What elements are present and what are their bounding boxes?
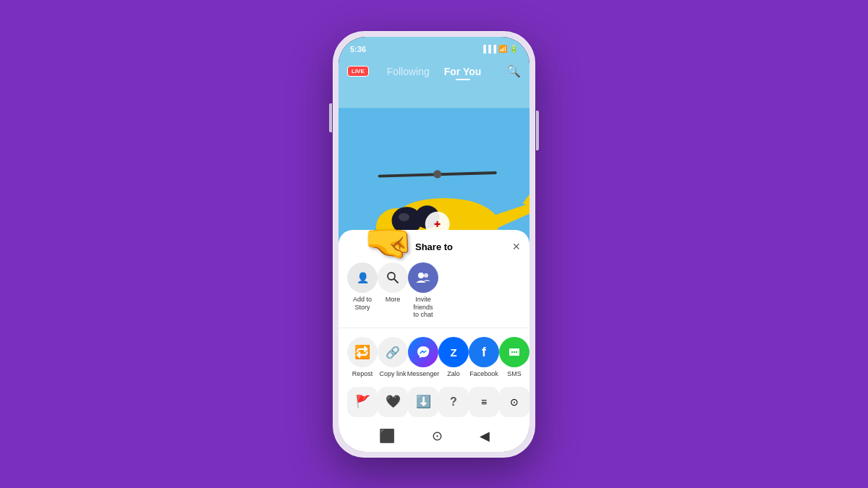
tab-following[interactable]: Following bbox=[387, 66, 430, 77]
invite-icon-circle bbox=[408, 262, 438, 293]
invite-label: Invite friendsto chat bbox=[408, 296, 438, 319]
story-label: Add toStory bbox=[353, 296, 372, 312]
share-repost[interactable]: 🔁 Repost bbox=[347, 337, 378, 378]
svg-point-4 bbox=[433, 170, 441, 178]
phone-screen: 5:36 ▐▐▐ 📶 🔋 LIVE Following For You 🔍 bbox=[339, 37, 529, 452]
share-title: Share to bbox=[415, 241, 453, 252]
zalo-label: Zalo bbox=[447, 370, 460, 378]
share-more[interactable]: More bbox=[378, 262, 408, 304]
svg-point-23 bbox=[424, 273, 428, 278]
more-label: More bbox=[386, 296, 401, 304]
tab-for-you[interactable]: For You bbox=[444, 66, 482, 77]
home-nav-icon[interactable]: ⬛ bbox=[379, 428, 395, 444]
signal-icon: ▐▐▐ bbox=[481, 45, 496, 53]
svg-point-26 bbox=[511, 351, 513, 353]
share-sms[interactable]: SMS bbox=[499, 337, 529, 378]
phone-frame: 5:36 ▐▐▐ 📶 🔋 LIVE Following For You 🔍 bbox=[333, 31, 535, 458]
share-facebook[interactable]: f Facebook bbox=[469, 337, 499, 378]
share-add-to-story[interactable]: 👤 Add toStory bbox=[347, 262, 378, 312]
copy-link-icon-circle: 🔗 bbox=[378, 337, 408, 367]
messenger-label: Messenger bbox=[407, 370, 440, 378]
recents-nav-icon[interactable]: ◀ bbox=[480, 428, 490, 444]
messenger-icon bbox=[415, 344, 431, 360]
share-row-2: 🔁 Repost 🔗 Copy link Messenge bbox=[347, 337, 521, 378]
facebook-label: Facebook bbox=[469, 370, 498, 378]
svg-point-27 bbox=[514, 351, 515, 353]
sms-icon-circle bbox=[499, 337, 529, 367]
wifi-icon: 📶 bbox=[498, 45, 507, 53]
share-close-button[interactable]: ✕ bbox=[512, 241, 521, 252]
share-copy-link[interactable]: 🔗 Copy link bbox=[378, 337, 408, 378]
svg-line-21 bbox=[394, 279, 398, 283]
share-row-1: 👤 Add toStory More bbox=[347, 262, 521, 319]
search-icon bbox=[386, 271, 399, 284]
not-interested-icon-circle: 🖤 bbox=[378, 387, 408, 417]
back-nav-icon[interactable]: ⊙ bbox=[432, 428, 443, 444]
repost-icon-circle: 🔁 bbox=[347, 337, 378, 367]
messenger-icon-circle bbox=[408, 337, 438, 367]
live-badge: LIVE bbox=[347, 66, 369, 77]
share-messenger[interactable]: Messenger bbox=[408, 337, 438, 378]
svg-point-28 bbox=[516, 351, 517, 353]
copy-link-label: Copy link bbox=[379, 370, 406, 378]
repost-label: Repost bbox=[352, 370, 373, 378]
bottom-navigation: ⬛ ⊙ ◀ bbox=[339, 420, 529, 452]
battery-icon: 🔋 bbox=[509, 45, 518, 53]
report-icon-circle: 🚩 bbox=[347, 387, 378, 417]
share-divider-1 bbox=[339, 328, 529, 328]
share-zalo[interactable]: Z Zalo bbox=[438, 337, 469, 378]
more-icon-circle bbox=[378, 262, 408, 293]
share-invite-friends[interactable]: Invite friendsto chat bbox=[408, 262, 438, 319]
status-bar: 5:36 ▐▐▐ 📶 🔋 bbox=[339, 37, 529, 57]
sms-label: SMS bbox=[507, 370, 522, 378]
story-icon-circle: 👤 bbox=[347, 262, 378, 293]
search-icon[interactable]: 🔍 bbox=[506, 64, 521, 78]
invite-friends-icon bbox=[416, 271, 430, 284]
captions-icon-circle: ≡ bbox=[469, 387, 499, 417]
hand-cursor-overlay: 🤜 bbox=[364, 219, 414, 266]
status-time: 5:36 bbox=[350, 45, 366, 53]
status-icons: ▐▐▐ 📶 🔋 bbox=[481, 45, 518, 53]
nav-tabs: Following For You bbox=[387, 66, 482, 77]
zalo-icon-circle: Z bbox=[438, 337, 469, 367]
facebook-icon-circle: f bbox=[469, 337, 499, 367]
duet-icon-circle: ⊙ bbox=[499, 387, 529, 417]
top-nav: LIVE Following For You 🔍 bbox=[339, 57, 529, 86]
why-video-icon-circle: ? bbox=[438, 387, 469, 417]
svg-point-22 bbox=[418, 273, 424, 278]
share-panel: 🤜 Share to ✕ 👤 Add toStory bbox=[339, 230, 529, 452]
sms-icon bbox=[506, 344, 522, 360]
save-video-icon-circle: ⬇️ bbox=[408, 387, 438, 417]
svg-text:✚: ✚ bbox=[434, 220, 441, 228]
